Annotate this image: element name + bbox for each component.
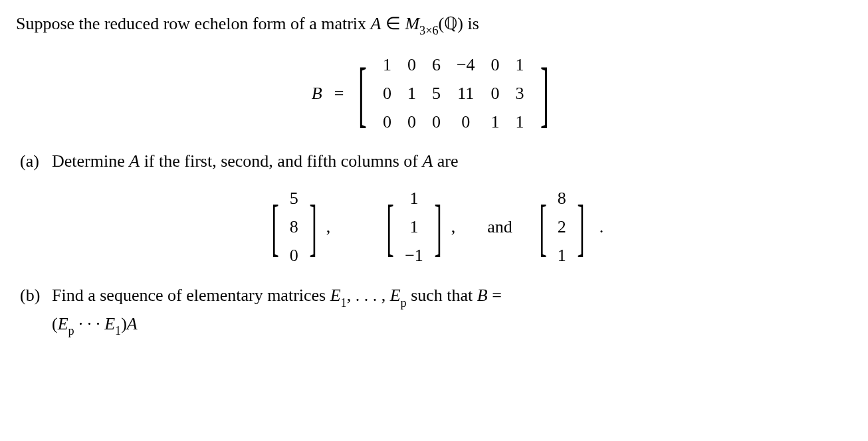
rparen: ) [457, 14, 463, 33]
intro-text: Suppose the reduced row echelon form of … [16, 14, 371, 33]
element-of: ∈ [381, 14, 405, 33]
matrix-B-equation: B = [ 1 0 6 −4 0 1 0 1 5 11 0 3 [16, 50, 852, 136]
matrix-row-3: 0 0 0 0 1 1 [375, 108, 532, 136]
part-a-content: Determine A if the first, second, and fi… [52, 148, 852, 174]
and-text: and [487, 214, 512, 240]
matrix-row-1: 1 0 6 −4 0 1 [375, 50, 532, 79]
column-vector-1: [ 5 8 0 ] [265, 183, 324, 270]
right-bracket: ] [540, 64, 549, 123]
column-vector-3: [ 8 2 1 ] [532, 183, 592, 270]
matrix-row-2: 0 1 5 11 0 3 [375, 79, 532, 108]
left-bracket: [ [358, 64, 367, 123]
M-symbol: M [405, 14, 419, 33]
column-vectors: [ 5 8 0 ] , [ 1 1 −1 ] , a [16, 183, 852, 270]
lparen: ( [439, 14, 445, 33]
part-a: (a) Determine A if the first, second, an… [16, 148, 852, 174]
column-vector-2: [ 1 1 −1 ] [380, 183, 449, 270]
part-a-label: (a) [16, 148, 52, 174]
matrix-A-symbol: A [371, 14, 381, 33]
problem-intro: Suppose the reduced row echelon form of … [16, 11, 852, 39]
B-label: B [312, 80, 322, 106]
matrix-B-content: 1 0 6 −4 0 1 0 1 5 11 0 3 0 0 [375, 50, 532, 136]
equals-sign: = [334, 80, 344, 106]
rationals: ℚ [444, 14, 457, 33]
part-b-label: (b) [16, 282, 52, 339]
is-text: is [463, 14, 479, 33]
dimensions: 3×6 [419, 24, 438, 37]
part-b-content: Find a sequence of elementary matrices E… [52, 282, 852, 339]
part-b: (b) Find a sequence of elementary matric… [16, 282, 852, 339]
